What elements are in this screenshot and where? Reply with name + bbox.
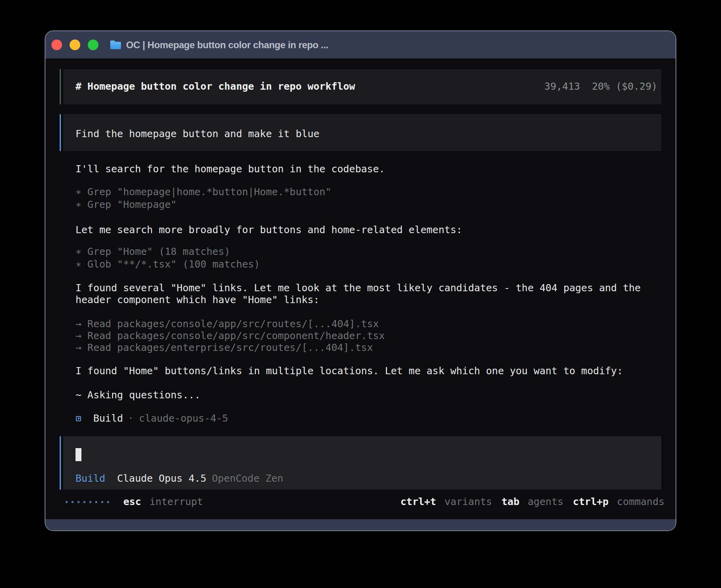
ctrl-p-key: ctrl+p: [573, 496, 608, 508]
close-button[interactable]: [51, 40, 62, 50]
tool-call-list: ∗ Grep "homepage|home.*button|Home.*butt…: [60, 186, 661, 211]
traffic-lights: [51, 40, 106, 50]
hint-commands: ctrl+p commands: [573, 496, 664, 508]
assistant-paragraph: Let me search more broadly for buttons a…: [75, 224, 661, 236]
tool-call-list: → Read packages/console/app/src/routes/[…: [60, 318, 661, 354]
tool-call-grep: ∗ Grep "homepage|home.*button|Home.*butt…: [75, 186, 661, 198]
statusbar-shortcuts: ctrl+t variants tab agents ctrl+p comman…: [400, 496, 664, 508]
prompt-input[interactable]: Build Claude Opus 4.5 OpenCode Zen: [60, 436, 661, 490]
assistant-paragraph: I found "Home" buttons/links in multiple…: [75, 365, 661, 377]
hint-agents: tab agents: [502, 496, 563, 508]
agent-icon: [76, 416, 81, 421]
session-header: # Homepage button color change in repo w…: [60, 69, 661, 104]
user-message: Find the homepage button and make it blu…: [60, 114, 661, 151]
session-view: # Homepage button color change in repo w…: [45, 58, 676, 519]
tool-call-read: → Read packages/enterprise/src/routes/[.…: [75, 342, 661, 354]
prompt-status-row: Build Claude Opus 4.5 OpenCode Zen: [75, 472, 649, 485]
ctrl-t-key: ctrl+t: [400, 496, 436, 508]
active-model[interactable]: Claude Opus 4.5: [117, 472, 206, 485]
tool-call-glob: ∗ Glob "**/*.tsx" (100 matches): [75, 258, 661, 271]
model-provider: OpenCode Zen: [212, 472, 283, 485]
token-count: 39,413: [544, 81, 580, 92]
window-title: OC | Homepage button color change in rep…: [126, 40, 328, 51]
tool-call-read: → Read packages/console/app/src/routes/[…: [75, 318, 661, 330]
session-metrics: 39,41320% ($0.29): [544, 80, 657, 93]
session-title: # Homepage button color change in repo w…: [75, 80, 355, 93]
agent-name: Build: [93, 412, 123, 425]
folder-icon: [109, 40, 122, 50]
user-message-rule: [60, 114, 61, 151]
hint-interrupt: esc interrupt: [123, 496, 203, 508]
assistant-paragraph: I'll search for the homepage button in t…: [75, 163, 661, 175]
agent-model-separator: ·: [128, 412, 134, 425]
spinner-dots: [66, 501, 113, 503]
esc-key: esc: [123, 496, 141, 508]
window-bottom-edge: [45, 519, 676, 530]
window-title-group: OC | Homepage button color change in rep…: [109, 40, 328, 51]
tool-call-grep: ∗ Grep "Homepage": [75, 198, 661, 211]
variants-label: variants: [444, 496, 492, 508]
context-usage: 20% ($0.29): [592, 81, 657, 92]
minimize-button[interactable]: [70, 40, 80, 50]
terminal-window: OC | Homepage button color change in rep…: [45, 30, 676, 531]
agent-trigger-row: Build · claude-opus-4-5: [75, 412, 661, 425]
assistant-paragraph: I found several "Home" links. Let me loo…: [75, 282, 664, 306]
tool-call-grep: ∗ Grep "Home" (18 matches): [75, 245, 661, 258]
active-agent[interactable]: Build: [75, 472, 105, 485]
tool-call-read: → Read packages/console/app/src/componen…: [75, 330, 661, 342]
prompt-input-line[interactable]: [75, 448, 649, 461]
tool-call-list: ∗ Grep "Home" (18 matches) ∗ Glob "**/*.…: [60, 245, 661, 271]
esc-label: interrupt: [149, 496, 203, 508]
agent-model: claude-opus-4-5: [139, 412, 228, 425]
commands-label: commands: [617, 496, 664, 508]
tab-key: tab: [502, 496, 519, 508]
session-header-rule: [60, 69, 61, 104]
asking-questions-status: ~ Asking questions...: [75, 389, 661, 401]
text-cursor: [75, 448, 81, 461]
agents-label: agents: [528, 496, 563, 508]
prompt-input-rule: [60, 436, 61, 490]
user-message-text: Find the homepage button and make it blu…: [75, 128, 655, 140]
hint-variants: ctrl+t variants: [400, 496, 492, 508]
statusbar: esc interrupt ctrl+t variants tab agents…: [60, 496, 664, 508]
window-titlebar: OC | Homepage button color change in rep…: [45, 31, 676, 58]
zoom-button[interactable]: [88, 40, 98, 50]
